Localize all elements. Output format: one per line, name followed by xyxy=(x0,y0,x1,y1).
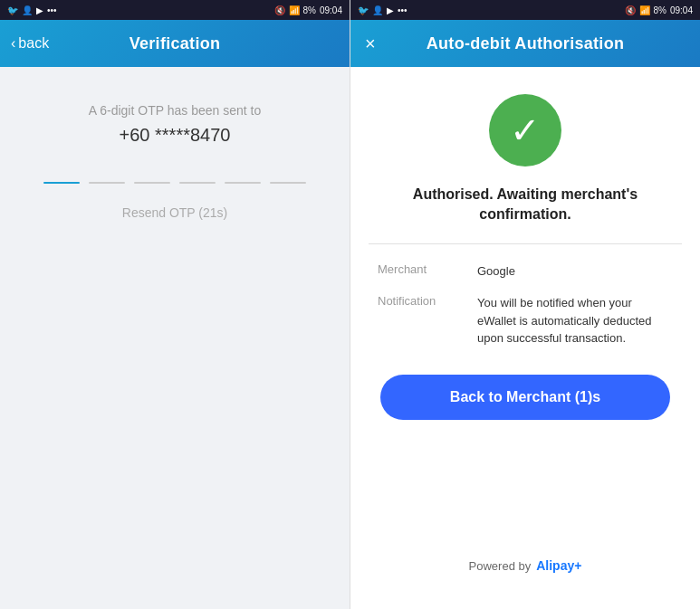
left-header-title: Verification xyxy=(129,34,221,53)
right-status-right: 🔇 📶 8% 09:04 xyxy=(625,5,693,15)
resend-otp-button[interactable]: Resend OTP (21s) xyxy=(122,205,227,220)
left-status-bar: 🐦 👤 ▶ ••• 🔇 📶 8% 09:04 xyxy=(0,0,350,20)
powered-by-section: Powered by Alipay+ xyxy=(469,558,582,591)
time-display: 09:04 xyxy=(320,5,342,15)
divider xyxy=(369,243,682,244)
success-circle: ✓ xyxy=(489,94,561,167)
mute-icon: 🔇 xyxy=(274,5,285,15)
mute-icon-r: 🔇 xyxy=(625,5,636,15)
right-status-icons: 🐦 👤 ▶ ••• xyxy=(358,5,408,15)
otp-input-fields[interactable] xyxy=(43,182,306,184)
notification-label: Notification xyxy=(378,294,459,347)
back-to-merchant-button[interactable]: Back to Merchant (1)s xyxy=(380,375,670,420)
left-content: A 6-digit OTP has been sent to +60 *****… xyxy=(0,67,350,609)
right-top-bar: × Auto-debit Authorisation xyxy=(350,20,700,67)
right-status-bar: 🐦 👤 ▶ ••• 🔇 📶 8% 09:04 xyxy=(350,0,700,20)
wifi-icon: 📶 xyxy=(289,5,300,15)
right-panel: 🐦 👤 ▶ ••• 🔇 📶 8% 09:04 × Auto-debit Auth… xyxy=(350,0,700,609)
merchant-row: Merchant Google xyxy=(378,262,673,281)
checkmark-icon: ✓ xyxy=(510,112,541,148)
youtube-icon: ▶ xyxy=(36,5,43,15)
powered-by-label: Powered by xyxy=(469,559,532,573)
left-panel: 🐦 👤 ▶ ••• 🔇 📶 8% 09:04 ‹ back Verificati… xyxy=(0,0,350,609)
wifi-icon-r: 📶 xyxy=(639,5,650,15)
back-label[interactable]: back xyxy=(18,35,49,52)
left-status-icons: 🐦 👤 ▶ ••• xyxy=(7,5,57,15)
youtube-icon-r: ▶ xyxy=(387,5,394,15)
more-icon-r: ••• xyxy=(398,5,408,15)
notification-row: Notification You will be notified when y… xyxy=(378,294,673,347)
otp-digit-2[interactable] xyxy=(89,182,125,184)
battery-icon: 8% xyxy=(303,5,316,15)
otp-description: A 6-digit OTP has been sent to xyxy=(89,103,261,118)
close-button[interactable]: × xyxy=(365,33,376,54)
back-button[interactable]: ‹ back xyxy=(11,35,49,52)
otp-digit-3[interactable] xyxy=(134,182,170,184)
back-to-merchant-label: Back to Merchant (1)s xyxy=(450,389,600,405)
merchant-label: Merchant xyxy=(378,262,459,281)
right-content: ✓ Authorised. Awaiting merchant's confir… xyxy=(350,67,700,609)
otp-digit-4[interactable] xyxy=(179,182,216,184)
user-icon: 👤 xyxy=(22,5,33,15)
left-status-right: 🔇 📶 8% 09:04 xyxy=(274,5,342,15)
battery-icon-r: 8% xyxy=(654,5,666,15)
user-icon-r: 👤 xyxy=(372,5,383,15)
otp-digit-6[interactable] xyxy=(270,182,306,184)
otp-digit-1[interactable] xyxy=(43,182,80,184)
twitter-icon: 🐦 xyxy=(7,5,18,15)
merchant-value: Google xyxy=(477,262,673,281)
notification-value: You will be notified when your eWallet i… xyxy=(477,294,673,347)
right-header-title: Auto-debit Authorisation xyxy=(427,34,625,53)
otp-phone-number: +60 *****8470 xyxy=(120,125,231,146)
left-top-bar: ‹ back Verification xyxy=(0,20,350,67)
authorised-message: Authorised. Awaiting merchant's confirma… xyxy=(369,185,682,225)
alipay-logo: Alipay+ xyxy=(536,558,581,573)
close-icon[interactable]: × xyxy=(365,33,376,53)
chevron-left-icon: ‹ xyxy=(11,35,15,52)
more-icon: ••• xyxy=(47,5,57,15)
twitter-icon-r: 🐦 xyxy=(358,5,369,15)
otp-digit-5[interactable] xyxy=(225,182,261,184)
info-section: Merchant Google Notification You will be… xyxy=(369,262,682,347)
alipay-text: Alipay+ xyxy=(536,558,581,573)
time-display-r: 09:04 xyxy=(670,5,693,15)
